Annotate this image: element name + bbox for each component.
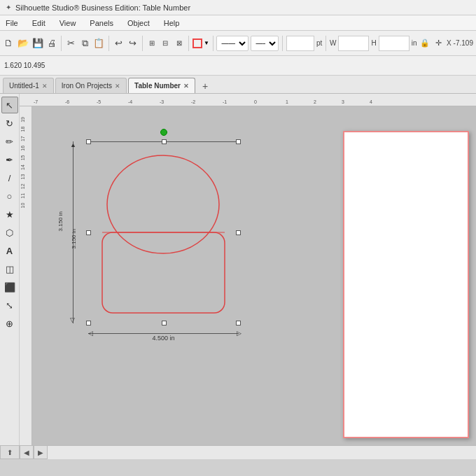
ruler-tick-2: -6 [65,99,69,104]
menu-help[interactable]: Help [161,18,183,29]
draw-tool[interactable]: ✏ [1,133,18,150]
tab-bar: Untitled-1 ✕ Iron On Projects ✕ Table Nu… [0,76,476,94]
sep1 [61,36,62,51]
menu-edit[interactable]: Edit [29,18,48,29]
coord-display: 1.620 10.495 [4,62,45,69]
ruler-tick-3: -5 [97,99,101,104]
ruler-tick-8: 0 [254,99,257,104]
line-tool[interactable]: / [1,169,18,186]
svg-rect-1 [102,232,225,313]
h-label: H [371,39,376,47]
tab-untitled[interactable]: Untitled-1 ✕ [3,78,54,93]
cut-button[interactable]: ✂ [65,34,77,52]
width-dim-arrow-left: ◁ [88,330,93,337]
design-svg [88,141,239,323]
grid-button[interactable]: ⊞ [146,34,158,52]
w-input[interactable]: 4.500 [338,36,369,51]
ruler-left-ticks: 10 11 12 13 14 15 16 17 18 19 [20,117,25,208]
sep3 [142,36,143,51]
ruler-tick-5: -3 [160,99,164,104]
height-dim-arrow-bot: ▽ [70,316,75,323]
stroke-indicator [192,38,202,48]
canvas-area: -7 -6 -5 -4 -3 -2 -1 0 1 2 3 4 10 11 12 … [20,94,476,445]
line-style-select[interactable]: —— - - - [216,36,248,51]
text-tool[interactable]: A [1,242,18,259]
ruler-tick-12: 4 [370,99,372,104]
title-text: Silhouette Studio® Business Edition: Tab… [15,4,190,12]
open-button[interactable]: 📂 [17,34,29,52]
w-label: W [330,39,336,47]
menubar: File Edit View Panels Object Help [0,15,476,31]
height-label: 3.150 in [71,229,77,248]
status-bar: ⬆ ◀ ▶ [0,445,476,459]
copy-button[interactable]: ⧉ [79,34,91,52]
group-button[interactable]: ⊠ [174,34,186,52]
menu-object[interactable]: Object [125,18,153,29]
stroke-down-icon[interactable]: ▼ [204,40,209,46]
menu-view[interactable]: View [57,18,79,29]
in-label: in [412,39,417,47]
pt-value-input[interactable]: 0.00 [286,36,314,51]
add-tab-button[interactable]: + [198,79,212,93]
print-button[interactable]: 🖨 [46,34,58,52]
eraser-tool[interactable]: ◫ [1,260,18,277]
tab-untitled-label: Untitled-1 [9,82,39,90]
titlebar: ✦ Silhouette Studio® Business Edition: T… [0,0,476,15]
scroll-left-icon: ◀ [24,449,29,456]
x-label: X [447,39,451,47]
design-canvas[interactable]: ▲ ▽ 3.150 in ◁ ▷ 4.500 in 3.150 in [32,106,476,445]
width-dim-line [88,333,239,334]
rotate-tool[interactable]: ↻ [1,115,18,132]
page-canvas [343,131,469,438]
pen-tool[interactable]: ✒ [1,151,18,168]
align-button[interactable]: ⊟ [160,34,172,52]
ruler-tick-4: -4 [128,99,132,104]
tab-iron-on-close[interactable]: ✕ [115,83,120,90]
tab-iron-on-label: Iron On Projects [62,82,112,90]
main-toolbar: 🗋 📂 💾 🖨 ✂ ⧉ 📋 ↩ ↪ ⊞ ⊟ ⊠ ▼ —— - - - —— 0.… [0,31,476,56]
lock-aspect-button[interactable]: 🔒 [419,34,430,52]
corner-button[interactable]: ⬆ [0,445,20,459]
fill-tool[interactable]: ⬛ [1,279,18,295]
undo-button[interactable]: ↩ [113,34,125,52]
menu-panels[interactable]: Panels [87,18,116,29]
sep6 [282,36,283,51]
sep7 [326,36,326,51]
redo-button[interactable]: ↪ [127,34,139,52]
ruler-tick-7: -1 [223,99,227,104]
corner-icon: ⬆ [7,449,13,456]
design-shapes[interactable]: ▲ ▽ 3.150 in ◁ ▷ 4.500 in [88,141,239,323]
left-toolbar: ↖ ↻ ✏ ✒ / ○ ★ ⬡ A ◫ ⬛ ⤡ ⊕ [0,94,20,445]
tab-untitled-close[interactable]: ✕ [42,83,48,90]
polygon-tool[interactable]: ⬡ [1,224,18,241]
ellipse-tool[interactable]: ○ [1,188,18,204]
ruler-tick-10: 2 [314,99,316,104]
ruler-tick-11: 3 [342,99,344,104]
tab-table-number-close[interactable]: ✕ [183,83,189,90]
tab-iron-on[interactable]: Iron On Projects ✕ [55,78,127,93]
scroll-right-button[interactable]: ▶ [34,445,48,459]
zoom-tool[interactable]: ⊕ [1,315,18,332]
rotation-handle[interactable] [160,129,167,136]
save-button[interactable]: 💾 [31,34,44,52]
move-button[interactable]: ✛ [433,34,444,52]
property-bar: 1.620 10.495 [0,56,476,76]
app-logo-icon: ✦ [6,4,11,11]
menu-file[interactable]: File [3,18,21,29]
paste-button[interactable]: 📋 [92,34,105,52]
svg-point-0 [107,155,219,253]
sep5 [213,36,214,51]
ruler-left: 10 11 12 13 14 15 16 17 18 19 [20,106,32,445]
width-dim-arrow-right: ▷ [237,330,241,337]
sep4 [188,36,189,51]
tab-table-number[interactable]: Table Number ✕ [128,78,195,93]
ruler-top: -7 -6 -5 -4 -3 -2 -1 0 1 2 3 4 [20,94,476,106]
crop-tool[interactable]: ⤡ [1,297,18,314]
h-input[interactable]: 3.150 [379,36,410,51]
line-width-select[interactable]: —— [251,36,279,51]
scroll-left-button[interactable]: ◀ [20,445,34,459]
select-tool[interactable]: ↖ [1,97,18,113]
new-button[interactable]: 🗋 [3,34,15,52]
ruler-tick-6: -2 [191,99,195,104]
star-tool[interactable]: ★ [1,206,18,223]
